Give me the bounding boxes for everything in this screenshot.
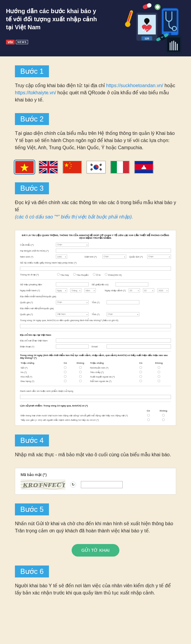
svg-point-31 <box>71 164 72 165</box>
inp-phone[interactable] <box>56 344 89 349</box>
page-title: Hướng dẫn các bước khai báo y tế với đối… <box>6 7 101 31</box>
step-3-body: Đọc kỹ và điền chính xác các thông tin v… <box>15 199 176 221</box>
r-s3n[interactable] <box>79 375 82 378</box>
inp-vaccine[interactable] <box>20 395 171 399</box>
r-s1y[interactable] <box>64 366 67 369</box>
r-s6n[interactable] <box>158 371 160 373</box>
sel-yob[interactable]: 1990 <box>56 255 67 259</box>
r-s4y[interactable] <box>64 380 67 382</box>
svg-point-30 <box>70 162 70 163</box>
lbl-dest-place: Địa điểm nơi đến(tỉnh/quốc gia) <box>20 307 71 310</box>
inp-addr[interactable] <box>56 338 171 343</box>
lbl-transport: Thông tin đi lại (*) <box>20 273 53 276</box>
r-s8n[interactable] <box>158 380 160 382</box>
r-s5n[interactable] <box>158 366 160 369</box>
inp-p1[interactable] <box>107 300 139 304</box>
sel-ad[interactable]: 05 <box>129 288 140 292</box>
flag-uk[interactable] <box>39 161 58 173</box>
symptom-q: Trong vòng 14 ngày (tính đến thời điểm l… <box>20 354 171 359</box>
sel-c1[interactable]: Chọn <box>56 300 89 304</box>
sel-p2[interactable]: Chọn <box>107 312 139 316</box>
sel-dm[interactable]: Tháng <box>70 288 81 292</box>
infographic-header: Hướng dẫn các bước khai báo y tế với đối… <box>0 0 191 56</box>
lbl-arrive: Ngày nhập cảnh (*) <box>105 289 126 292</box>
step-5-label: Bước 5 <box>15 503 49 515</box>
r-s6y[interactable] <box>139 371 142 373</box>
r-s3y[interactable] <box>64 375 67 378</box>
symptom-table: Triệu chứng Có Không Triệu chứng Có Khôn… <box>20 361 171 383</box>
contact-hdr: Địa chỉ liên lạc tại Việt Nam <box>20 334 171 336</box>
captcha-label: Mã bảo mật (*) <box>21 472 47 477</box>
inp-seat[interactable] <box>115 282 148 286</box>
inp-email[interactable] <box>107 344 171 349</box>
r-s5y[interactable] <box>139 366 142 369</box>
inp-name[interactable] <box>56 249 171 253</box>
radio-car[interactable] <box>93 273 96 276</box>
form-screenshot: ĐÂY LÀ TÀI LIỆU QUAN TRỌNG, THÔNG TIN CỦ… <box>15 230 176 426</box>
flag-italy[interactable] <box>110 161 130 173</box>
lbl-dep-place: Địa điểm khởi hành(tỉnh/quốc gia) <box>20 295 71 298</box>
flag-korea[interactable] <box>87 161 106 173</box>
svg-point-14 <box>125 22 130 27</box>
captcha-refresh-icon[interactable]: ↻ <box>70 482 76 488</box>
r-h1n[interactable] <box>162 414 165 417</box>
form-heading: ĐÂY LÀ TÀI LIỆU QUAN TRỌNG, THÔNG TIN CỦ… <box>20 234 171 239</box>
inp-vehno[interactable] <box>56 282 89 286</box>
svg-point-32 <box>71 166 72 167</box>
inp-passport[interactable] <box>20 266 171 271</box>
radio-other[interactable] <box>105 273 107 276</box>
lbl-phone: Điện thoại (*) <box>20 345 53 348</box>
step-4-body: Nhập mã xác thực - mã bảo mật vào ô cuối… <box>15 451 176 458</box>
history-table: CóKhông Đến trang trại chăn nuôi/ chợ bu… <box>20 409 171 422</box>
svg-text:120: 120 <box>144 37 149 40</box>
step-1-mid: hoặc <box>164 83 175 88</box>
sel-gate[interactable]: Chọn <box>56 243 89 247</box>
r-h1y[interactable] <box>147 414 150 417</box>
lbl-passport: Số hộ chiếu hoặc giấy thông hành hợp phá… <box>20 261 80 264</box>
r-s8y[interactable] <box>139 380 142 382</box>
sel-am[interactable]: 03 <box>143 288 154 292</box>
flag-vietnam[interactable] <box>15 161 34 173</box>
r-s4n[interactable] <box>79 380 82 382</box>
lbl-depart: Ngày khởi hành (*) <box>20 289 53 292</box>
captcha-input[interactable] <box>81 481 123 488</box>
step-3-text: Đọc kỹ và điền chính xác các thông tin v… <box>15 200 176 212</box>
sel-gender[interactable]: Chọn <box>102 255 126 259</box>
svg-rect-28 <box>63 161 81 173</box>
r-h2n[interactable] <box>162 418 165 421</box>
flag-cambodia[interactable] <box>134 161 153 173</box>
r-s2y[interactable] <box>64 371 67 373</box>
r-s1n[interactable] <box>79 366 82 369</box>
lbl-seat: Số ghế(nếu có) <box>92 283 113 286</box>
sel-nation[interactable]: Chọn <box>147 255 171 259</box>
r-s7n[interactable] <box>158 375 160 378</box>
flag-china[interactable] <box>63 161 82 173</box>
sel-dy[interactable]: Năm <box>84 288 96 292</box>
lbl-nation: Quốc tịch (*) <box>129 255 144 258</box>
submit-button[interactable]: GỬI TỜ KHAI <box>72 544 119 557</box>
sel-dd[interactable]: Ngày <box>56 288 67 292</box>
lbl-country2: Quốc gia (*) <box>20 313 53 316</box>
lbl-name: Họ tên(ghi chữ IN HOA) (*) <box>20 249 53 252</box>
radio-plane[interactable] <box>57 273 60 276</box>
step-6-body: Người khai báo Y tế sẽ đến nơi làm việc … <box>15 582 176 597</box>
link-suckhoetoandan[interactable]: https://suckhoetoandan.vn/ <box>106 83 163 88</box>
r-s2n[interactable] <box>79 371 82 373</box>
step-3-note: (các ô có dấu sao "*" biểu thị việc bắt … <box>15 214 133 219</box>
step-6-label: Bước 6 <box>15 566 49 577</box>
svg-rect-50 <box>123 161 129 173</box>
sel-ay[interactable]: 2020 <box>157 288 169 292</box>
lbl-gate: Cửa khẩu (*) <box>20 244 53 246</box>
sel-c2[interactable]: Việt Nam <box>56 312 89 316</box>
vtv-brand: vtv <box>6 40 15 44</box>
step-2-body: Tại giao diện chính của biểu mẫu trên Hệ… <box>15 130 176 151</box>
step-5-body: Nhấn nút Gửi tờ khai và chờ cho đến khi … <box>15 520 176 534</box>
svg-rect-27 <box>39 166 58 168</box>
inp-q21[interactable] <box>20 324 171 328</box>
radio-ship[interactable] <box>73 273 76 276</box>
captcha-box: Mã bảo mật (*) KROTNFECT ↻ <box>15 468 176 494</box>
svg-rect-48 <box>111 161 117 173</box>
r-h2y[interactable] <box>147 418 150 421</box>
link-tokhaiyte[interactable]: https://tokhaiyte.vn/ <box>15 90 56 95</box>
r-s7y[interactable] <box>139 375 142 378</box>
